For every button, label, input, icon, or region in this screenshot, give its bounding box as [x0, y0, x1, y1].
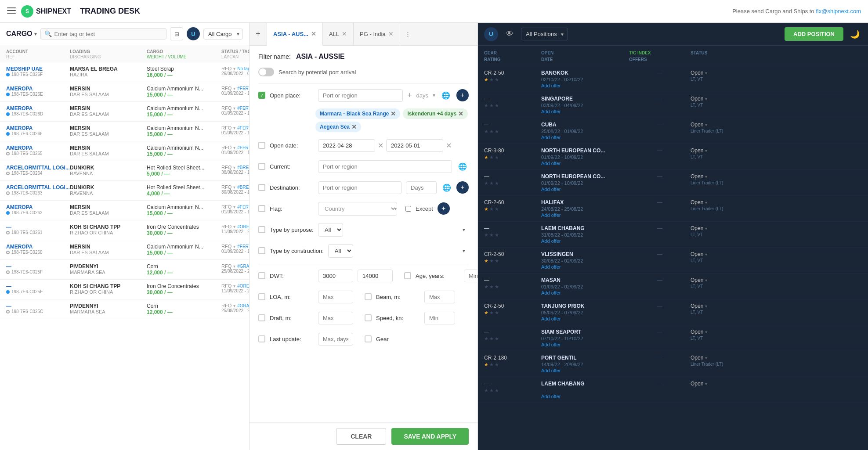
cargo-list-item[interactable]: AMEROPA 198-7E6-C026E MERSIN DAR ES SALA…: [0, 82, 249, 102]
add-offer-link[interactable]: Add offer: [541, 264, 629, 270]
add-flag-button[interactable]: +: [438, 202, 450, 215]
account-name[interactable]: —: [6, 224, 70, 230]
position-list-item[interactable]: CR-2-60 ★★★ HALIFAX 24/08/22 - 25/08/22 …: [478, 196, 868, 222]
cargo-search-input[interactable]: [54, 31, 163, 37]
status-dropdown-arrow[interactable]: ▾: [705, 97, 707, 101]
tab-more-button[interactable]: ⋮: [400, 23, 416, 45]
cargo-list-item[interactable]: ARCELORMITTAL LOGI... 198-7E6-C0263 DUNK…: [0, 181, 249, 201]
beam-checkbox[interactable]: [365, 293, 372, 300]
open-place-checkbox[interactable]: ✓: [258, 92, 265, 99]
dwt-min-input[interactable]: [318, 270, 353, 282]
draft-max-input[interactable]: [318, 312, 353, 324]
last-update-input[interactable]: [318, 333, 353, 346]
save-and-apply-button[interactable]: SAVE AND APPLY: [391, 428, 469, 445]
cargo-list-item[interactable]: — 198-7E6-C0261 KOH SI CHANG TPP RIZHAO …: [0, 220, 249, 240]
account-name[interactable]: AMEROPA: [6, 204, 70, 210]
status-dropdown-arrow[interactable]: ▾: [705, 226, 707, 231]
cargo-list-item[interactable]: AMEROPA 198-7E6-C0266 MERSIN DAR ES SALA…: [0, 122, 249, 141]
add-offer-link[interactable]: Add offer: [541, 212, 629, 218]
tab-all-close[interactable]: ✕: [342, 30, 347, 37]
flag-country-select[interactable]: Country: [318, 202, 397, 216]
current-input[interactable]: [318, 160, 452, 173]
type-purpose-select[interactable]: All: [318, 223, 343, 237]
destination-input[interactable]: [318, 181, 401, 194]
open-date-to-clear[interactable]: ✕: [446, 141, 452, 150]
account-name[interactable]: AMEROPA: [6, 244, 70, 250]
position-list-item[interactable]: CR-3-80 ★★★ NORTH EUROPEAN CO... 01/09/2…: [478, 144, 868, 170]
account-name[interactable]: —: [6, 263, 70, 270]
except-checkbox[interactable]: [405, 206, 411, 212]
positions-filter-select[interactable]: All Positions: [521, 28, 568, 40]
status-dropdown-arrow[interactable]: ▾: [705, 71, 707, 76]
status-dropdown-arrow[interactable]: ▾: [705, 330, 707, 335]
destination-days[interactable]: [406, 181, 437, 194]
age-checkbox[interactable]: [404, 272, 411, 279]
cargo-type-select[interactable]: All Cargo: [203, 29, 243, 40]
account-name[interactable]: AMEROPA: [6, 145, 70, 151]
dwt-max-input[interactable]: [358, 270, 393, 282]
add-offer-link[interactable]: Add offer: [541, 161, 629, 166]
add-position-button[interactable]: ADD POSITION: [785, 27, 843, 41]
last-update-checkbox[interactable]: [258, 335, 265, 342]
cargo-list-item[interactable]: AMEROPA 198-7E6-C0260 MERSIN DAR ES SALA…: [0, 240, 249, 260]
cargo-list-item[interactable]: AMEROPA 198-7E6-C0262 MERSIN DAR ES SALA…: [0, 201, 249, 220]
cargo-list-item[interactable]: AMEROPA 198-7E6-C026D MERSIN DAR ES SALA…: [0, 102, 249, 122]
status-dropdown-arrow[interactable]: ▾: [705, 252, 707, 257]
eye-icon-button[interactable]: 👁: [503, 27, 517, 41]
cargo-list-item[interactable]: — 198-7E6-C025F PIVDENNYI MARMARA SEA Co…: [0, 260, 249, 280]
cargo-list-item[interactable]: ARCELORMITTAL LOGI... 198-7E6-C0264 DUNK…: [0, 161, 249, 181]
add-offer-link[interactable]: Add offer: [541, 83, 629, 88]
add-offer-link[interactable]: Add offer: [541, 135, 629, 140]
theme-toggle-button[interactable]: 🌙: [848, 27, 862, 41]
filter-icon-button[interactable]: ⊟: [170, 27, 183, 40]
globe-icon-3[interactable]: 🌐: [441, 181, 452, 194]
status-dropdown-arrow[interactable]: ▾: [705, 382, 707, 386]
speed-min-input[interactable]: [424, 312, 455, 324]
account-name[interactable]: —: [6, 303, 70, 309]
positions-user-button[interactable]: U: [484, 27, 498, 41]
tag-aegean-close[interactable]: ✕: [351, 123, 357, 130]
type-purpose-checkbox[interactable]: [258, 226, 265, 233]
position-list-item[interactable]: — ★★★ LAEM CHABANG 31/08/22 - 02/09/22 A…: [478, 222, 868, 248]
port-arrival-toggle[interactable]: [258, 68, 274, 76]
position-list-item[interactable]: — ★★★ MASAN 01/09/22 - 02/09/22 Add offe…: [478, 274, 868, 299]
add-offer-link[interactable]: Add offer: [541, 368, 629, 373]
account-name[interactable]: AMEROPA: [6, 105, 70, 112]
type-construction-checkbox[interactable]: [258, 247, 265, 254]
tag-iskenderun-close[interactable]: ✕: [458, 110, 463, 117]
speed-checkbox[interactable]: [365, 314, 372, 321]
position-list-item[interactable]: — ★★★ NORTH EUROPEAN CO... 01/09/22 - 10…: [478, 170, 868, 196]
current-checkbox[interactable]: [258, 163, 265, 170]
status-dropdown-arrow[interactable]: ▾: [705, 278, 707, 283]
tab-asia-aus-close[interactable]: ✕: [311, 30, 316, 37]
tab-add-button[interactable]: +: [250, 23, 267, 45]
flag-checkbox[interactable]: [258, 205, 265, 212]
beam-max-input[interactable]: [424, 291, 455, 303]
position-list-item[interactable]: — ★★★ SINGAPORE 03/09/22 - 04/09/22 Add …: [478, 92, 868, 118]
open-date-from-clear[interactable]: ✕: [378, 141, 383, 150]
age-min-input[interactable]: [464, 270, 477, 282]
position-list-item[interactable]: CR-2-50 ★★★ VLISSINGEN 30/08/22 - 02/09/…: [478, 248, 868, 274]
tag-marmara-close[interactable]: ✕: [391, 110, 396, 117]
account-name[interactable]: AMEROPA: [6, 86, 70, 92]
open-date-checkbox[interactable]: [258, 142, 265, 149]
status-dropdown-arrow[interactable]: ▾: [705, 174, 707, 179]
cargo-list-item[interactable]: — 198-7E6-C025C PIVDENNYI MARMARA SEA Co…: [0, 299, 249, 319]
type-construction-select[interactable]: All: [328, 244, 353, 258]
tab-pg-india-close[interactable]: ✕: [388, 30, 394, 37]
globe-icon-1[interactable]: 🌐: [440, 89, 452, 101]
cargo-list-item[interactable]: MEDSHIP UAE 198-7E6-C026F MARSA EL BREGA…: [0, 62, 249, 82]
clear-button[interactable]: CLEAR: [336, 428, 386, 445]
add-offer-link[interactable]: Add offer: [541, 316, 629, 321]
position-list-item[interactable]: — ★★★ LAEM CHABANG — Add offer — Open ▾: [478, 377, 868, 403]
add-offer-link[interactable]: Add offer: [541, 238, 629, 244]
account-name[interactable]: ARCELORMITTAL LOGI...: [6, 184, 70, 191]
add-offer-link[interactable]: Add offer: [541, 290, 629, 295]
position-list-item[interactable]: CR-2-50 ★★★ TANJUNG PRIOK 05/09/22 - 07/…: [478, 299, 868, 325]
user-avatar-button[interactable]: U: [187, 27, 200, 40]
dwt-checkbox[interactable]: [258, 272, 265, 279]
draft-checkbox[interactable]: [258, 314, 265, 321]
cargo-list-item[interactable]: — 198-7E6-C025E KOH SI CHANG TPP RIZHAO …: [0, 280, 249, 299]
position-list-item[interactable]: — ★★★ CUBA 25/08/22 - 01/09/22 Add offer…: [478, 118, 868, 144]
add-offer-link[interactable]: Add offer: [541, 187, 629, 192]
